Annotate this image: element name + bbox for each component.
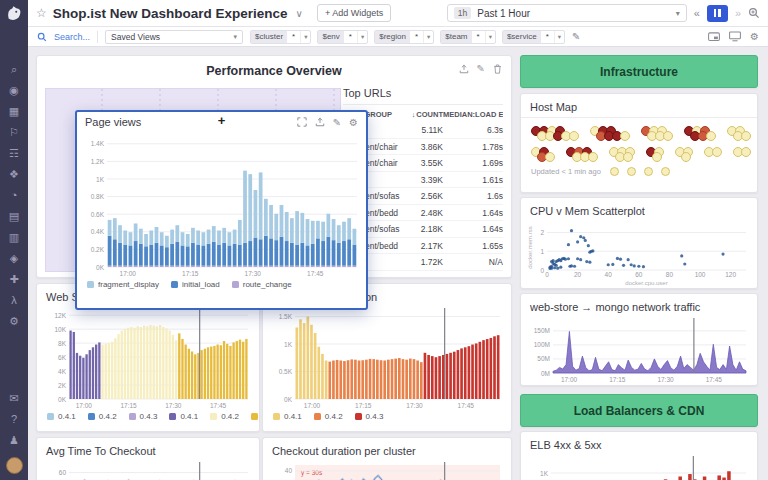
security-icon[interactable]: ◈ — [10, 253, 18, 264]
export-icon[interactable] — [315, 117, 325, 127]
checkouts-versions-chart[interactable]: 0K0.5K1K1.5K17:0017:1517:3017:45 — [271, 306, 505, 410]
notifications-icon[interactable] — [708, 32, 720, 42]
host-group[interactable] — [531, 147, 553, 162]
integrations-icon[interactable]: ❖ — [9, 169, 19, 180]
logs-icon[interactable]: ▥ — [9, 232, 19, 243]
host-hexagon[interactable] — [741, 147, 751, 157]
legend-item[interactable]: 0.4.3 — [129, 412, 158, 421]
host-hexagon[interactable] — [569, 131, 579, 141]
template-variable-pill[interactable]: $env*▾ — [317, 30, 368, 44]
page-views-chart[interactable]: 0K0.2K0.4K0.6K0.8K1K1.2K1.4K17:0017:1517… — [81, 130, 362, 278]
tv-mode-icon[interactable] — [729, 31, 741, 42]
host-group[interactable] — [609, 147, 633, 162]
time-back-button[interactable]: « — [692, 7, 702, 19]
add-widgets-button[interactable]: + Add Widgets — [317, 4, 391, 22]
dashboards-icon[interactable]: ▦ — [9, 106, 19, 117]
host-hexagon[interactable] — [712, 147, 722, 157]
svg-text:17:15: 17:15 — [609, 376, 626, 383]
search-input[interactable]: Search... — [54, 32, 90, 42]
host-group[interactable] — [590, 126, 628, 141]
saved-views-label: Saved Views — [111, 32, 160, 42]
host-hexagon[interactable] — [706, 131, 716, 141]
host-hexagon[interactable] — [623, 152, 633, 162]
column-median-load[interactable]: MEDIAN:LOAD EVENT — [443, 110, 503, 119]
monitors-icon[interactable]: ⚐ — [9, 127, 19, 138]
page-views-popup[interactable]: Page views + ✎ ⚙ 0K0.2K0.4K0.6K0.8K1K1.2… — [75, 110, 368, 310]
pause-button[interactable] — [707, 5, 728, 22]
host-hexagon[interactable] — [661, 167, 670, 176]
host-hexagon[interactable] — [610, 167, 619, 176]
host-group[interactable] — [566, 147, 596, 162]
datadog-logo[interactable] — [5, 5, 23, 23]
legend-item[interactable]: 0.4.2 — [314, 412, 343, 421]
legend-item[interactable]: 0.4.1 — [169, 412, 198, 421]
avg-time-checkout-chart[interactable]: 6040 — [45, 460, 253, 480]
host-hexagon[interactable] — [663, 131, 673, 141]
legend-item[interactable]: fragment_display — [87, 280, 159, 289]
column-count[interactable]: ↓COUNT — [401, 110, 443, 119]
template-variable-pill[interactable]: $service*▾ — [502, 30, 565, 44]
settings-icon[interactable]: ⚙ — [9, 316, 19, 327]
legend-item[interactable]: initial_load — [171, 280, 220, 289]
serverless-icon[interactable]: λ — [11, 295, 17, 306]
host-group[interactable] — [733, 147, 749, 157]
mongo-traffic-chart[interactable]: 0M50M100M150M17:0017:1517:3017:45 — [527, 316, 751, 384]
edit-icon[interactable]: ✎ — [333, 117, 341, 128]
elb-errors-chart[interactable]: 1K0.5K — [527, 454, 751, 480]
title-chevron-icon[interactable]: ∨ — [296, 8, 303, 19]
favorite-star-icon[interactable]: ☆ — [36, 6, 47, 20]
legend-item[interactable]: 0.4.1 — [47, 412, 76, 421]
host-group[interactable] — [684, 126, 714, 141]
template-variable-pill[interactable]: $cluster*▾ — [250, 30, 311, 44]
apm-icon[interactable]: ◔ — [11, 190, 18, 201]
fullscreen-icon[interactable] — [297, 117, 307, 127]
gear-icon[interactable]: ⚙ — [349, 117, 358, 128]
move-cursor-icon[interactable]: + — [218, 113, 226, 128]
saved-views-select[interactable]: Saved Views ▾ — [105, 30, 243, 44]
host-group[interactable] — [646, 147, 662, 162]
edit-icon[interactable]: ✎ — [477, 63, 485, 74]
metrics-icon[interactable]: ☶ — [9, 148, 19, 159]
host-hexagon[interactable] — [588, 152, 598, 162]
trash-icon[interactable] — [493, 64, 502, 74]
legend-item[interactable]: 0.4.2 — [88, 412, 117, 421]
host-hexagon[interactable] — [652, 152, 662, 162]
legend-item[interactable]: 0.4.2 — [210, 412, 239, 421]
template-variable-pill[interactable]: $region*▾ — [374, 30, 434, 44]
host-group[interactable] — [641, 126, 671, 141]
synthetics-icon[interactable]: ✚ — [9, 274, 18, 285]
zoom-icon[interactable] — [748, 7, 760, 19]
load-balancers-group-header[interactable]: Load Balancers & CDN — [520, 394, 758, 427]
host-group[interactable] — [704, 147, 720, 157]
host-group[interactable] — [675, 147, 691, 162]
host-hexagon[interactable] — [741, 131, 751, 141]
legend-item[interactable]: 0.4.3 — [355, 412, 384, 421]
time-range-select[interactable]: 1h Past 1 Hour ▾ — [447, 4, 687, 22]
org-icon[interactable]: ♟ — [9, 435, 19, 446]
search-icon[interactable]: ⌕ — [11, 64, 17, 75]
legend-item[interactable]: route_change — [232, 280, 292, 289]
host-hexagon[interactable] — [627, 167, 636, 176]
host-map[interactable] — [521, 118, 757, 162]
web-store-versions-chart[interactable]: 0K2K4K6K8K10K12K17:0017:1517:3017:45 — [45, 306, 253, 410]
checkout-duration-chart[interactable]: y = 30s40 — [271, 460, 505, 480]
infrastructure-icon[interactable]: ▤ — [9, 211, 19, 222]
edit-variables-icon[interactable]: ✎ — [572, 31, 580, 42]
host-hexagon[interactable] — [681, 152, 691, 162]
user-avatar[interactable] — [6, 457, 23, 474]
time-forward-button[interactable]: » — [733, 7, 743, 19]
chat-icon[interactable]: ✉ — [9, 393, 18, 404]
host-group[interactable] — [531, 126, 577, 141]
help-icon[interactable]: ? — [11, 414, 17, 425]
watchdog-icon[interactable]: ◉ — [9, 85, 19, 96]
host-group[interactable] — [727, 126, 749, 141]
host-hexagon[interactable] — [545, 152, 555, 162]
host-hexagon[interactable] — [620, 131, 630, 141]
legend-item[interactable]: 0.4.1 — [273, 412, 302, 421]
template-variable-pill[interactable]: $team*▾ — [440, 30, 496, 44]
export-icon[interactable] — [459, 64, 469, 74]
infrastructure-group-header[interactable]: Infrastructure — [520, 55, 758, 88]
cpu-mem-scatter-chart[interactable]: 012020406080100120docker.cpu.userdocker.… — [527, 220, 751, 286]
settings-gear-icon[interactable]: ⚙ — [750, 31, 759, 42]
host-hexagon[interactable] — [644, 167, 653, 176]
